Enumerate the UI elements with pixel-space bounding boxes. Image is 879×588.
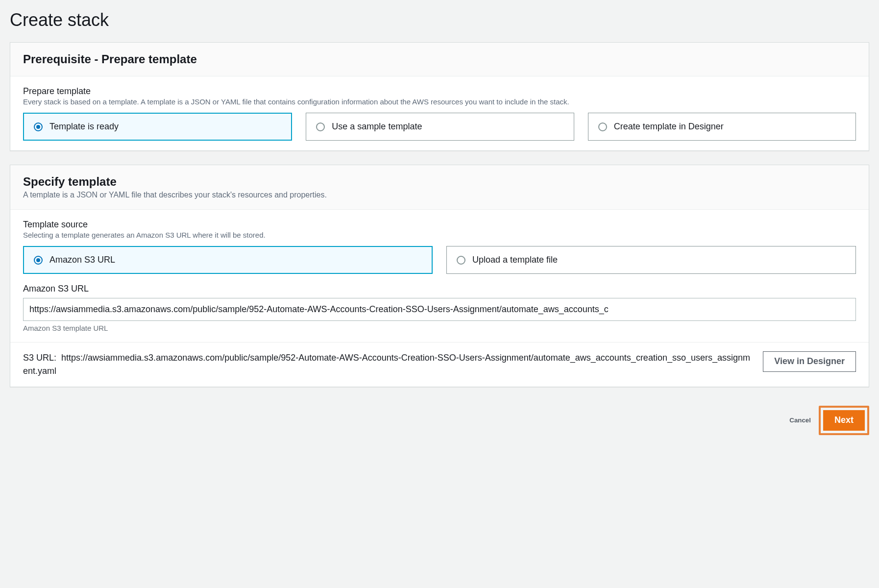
radio-icon bbox=[457, 256, 465, 265]
option-label: Create template in Designer bbox=[614, 122, 724, 132]
specify-title: Specify template bbox=[23, 175, 856, 189]
view-in-designer-button[interactable]: View in Designer bbox=[763, 351, 856, 371]
s3-url-label: Amazon S3 URL bbox=[23, 284, 856, 294]
option-label: Template is ready bbox=[49, 122, 119, 132]
radio-icon bbox=[316, 122, 325, 131]
next-button-highlight: Next bbox=[819, 406, 869, 435]
option-sample-template[interactable]: Use a sample template bbox=[306, 113, 574, 141]
prepare-template-options: Template is ready Use a sample template … bbox=[23, 113, 856, 141]
prerequisite-panel: Prerequisite - Prepare template Prepare … bbox=[10, 42, 869, 151]
option-upload-file[interactable]: Upload a template file bbox=[446, 246, 856, 274]
next-button[interactable]: Next bbox=[823, 410, 865, 430]
prerequisite-body: Prepare template Every stack is based on… bbox=[10, 76, 869, 150]
specify-subtitle: A template is a JSON or YAML file that d… bbox=[23, 191, 856, 199]
specify-body: Template source Selecting a template gen… bbox=[10, 210, 869, 342]
template-source-description: Selecting a template generates an Amazon… bbox=[23, 231, 856, 239]
option-label: Amazon S3 URL bbox=[49, 255, 115, 265]
prerequisite-title: Prerequisite - Prepare template bbox=[23, 52, 856, 66]
prepare-template-label: Prepare template bbox=[23, 86, 856, 97]
cancel-button[interactable]: Cancel bbox=[789, 416, 811, 424]
page-actions: Cancel Next bbox=[10, 401, 869, 440]
specify-template-panel: Specify template A template is a JSON or… bbox=[10, 165, 869, 387]
page-title: Create stack bbox=[10, 10, 869, 30]
radio-icon bbox=[34, 122, 43, 131]
template-source-options: Amazon S3 URL Upload a template file bbox=[23, 246, 856, 274]
s3-footer-row: S3 URL: https://awsiammedia.s3.amazonaws… bbox=[10, 343, 869, 387]
option-template-ready[interactable]: Template is ready bbox=[23, 113, 292, 141]
s3-url-hint: Amazon S3 template URL bbox=[23, 324, 856, 332]
option-create-designer[interactable]: Create template in Designer bbox=[588, 113, 856, 141]
option-s3-url[interactable]: Amazon S3 URL bbox=[23, 246, 433, 274]
prepare-template-description: Every stack is based on a template. A te… bbox=[23, 98, 856, 106]
radio-icon bbox=[34, 256, 43, 265]
specify-header: Specify template A template is a JSON or… bbox=[10, 165, 869, 210]
prerequisite-header: Prerequisite - Prepare template bbox=[10, 43, 869, 76]
option-label: Use a sample template bbox=[332, 122, 422, 132]
s3-url-display: S3 URL: https://awsiammedia.s3.amazonaws… bbox=[23, 351, 753, 378]
option-label: Upload a template file bbox=[472, 255, 558, 265]
template-source-label: Template source bbox=[23, 220, 856, 230]
s3-url-display-label: S3 URL: bbox=[23, 353, 56, 363]
s3-url-input[interactable] bbox=[23, 298, 856, 321]
s3-url-display-value: https://awsiammedia.s3.amazonaws.com/pub… bbox=[23, 353, 750, 376]
radio-icon bbox=[598, 122, 607, 131]
